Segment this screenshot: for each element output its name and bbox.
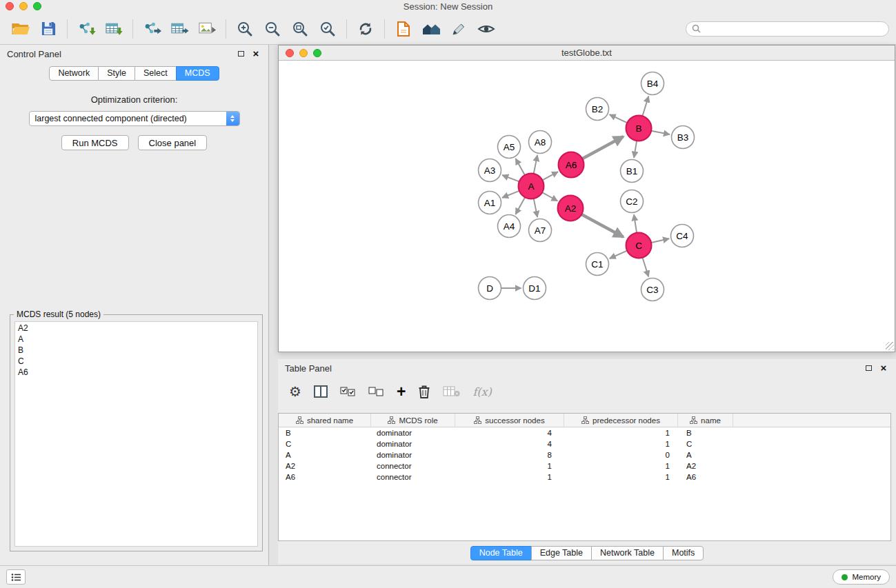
open-session-button[interactable] (7, 17, 34, 41)
toggle-graphics-button[interactable] (472, 17, 500, 41)
table-row[interactable]: Cdominator41C (279, 438, 890, 449)
column-header-predecessor-nodes[interactable]: predecessor nodes (564, 414, 678, 427)
network-edge-A-A2[interactable] (542, 192, 557, 201)
function-builder-button[interactable]: f(x) (472, 385, 491, 398)
network-edge-B-B2[interactable] (610, 114, 628, 123)
network-edge-A2-C[interactable] (581, 214, 623, 237)
network-node-B4[interactable]: B4 (641, 72, 664, 95)
network-edge-A-A1[interactable] (502, 191, 519, 198)
table-tab-motifs[interactable]: Motifs (663, 546, 704, 560)
table-row[interactable]: Adominator80A (279, 449, 890, 460)
export-table-button[interactable] (166, 17, 193, 41)
window-titlebar[interactable]: Session: New Session (0, 0, 896, 13)
column-header-name[interactable]: name (678, 414, 733, 427)
table-tab-network-table[interactable]: Network Table (591, 546, 664, 560)
network-node-B[interactable]: B (626, 116, 652, 141)
add-column-button[interactable]: + (397, 385, 406, 398)
network-node-C3[interactable]: C3 (641, 278, 664, 301)
zoom-network-window-button[interactable] (313, 49, 321, 57)
minimize-network-window-button[interactable] (299, 49, 308, 57)
network-node-A5[interactable]: A5 (498, 136, 521, 159)
tab-select[interactable]: Select (135, 66, 177, 81)
table-tab-edge-table[interactable]: Edge Table (531, 546, 592, 560)
minimize-window-button[interactable] (19, 2, 28, 10)
network-node-D[interactable]: D (479, 277, 501, 300)
import-table-button[interactable] (100, 17, 128, 41)
show-columns-button[interactable] (314, 385, 328, 398)
memory-button[interactable]: Memory (833, 569, 890, 585)
select-all-button[interactable] (340, 387, 356, 397)
apply-layout-button[interactable] (352, 17, 379, 41)
ndex-home-button[interactable] (417, 17, 445, 41)
network-node-C4[interactable]: C4 (671, 225, 694, 247)
delete-column-button[interactable] (418, 384, 430, 399)
network-edge-A-A5[interactable] (516, 159, 525, 175)
deselect-all-button[interactable] (368, 387, 384, 397)
network-edge-B-B4[interactable] (642, 97, 648, 116)
table-row[interactable]: A2connector11A2 (279, 460, 890, 472)
network-edge-A-A6[interactable] (542, 172, 558, 180)
search-input[interactable] (704, 24, 883, 34)
network-node-B3[interactable]: B3 (672, 126, 695, 149)
ndex-edit-button[interactable] (445, 17, 472, 41)
mcds-result-list[interactable]: A2ABCA6 (14, 321, 258, 547)
list-item[interactable]: A6 (15, 367, 257, 378)
network-node-B2[interactable]: B2 (586, 98, 609, 121)
network-node-A3[interactable]: A3 (479, 159, 501, 182)
network-edge-A-A3[interactable] (502, 175, 519, 181)
network-edge-C-C4[interactable] (651, 239, 669, 243)
network-node-A6[interactable]: A6 (559, 152, 584, 178)
network-node-C[interactable]: C (626, 233, 652, 258)
table-tab-node-table[interactable]: Node Table (470, 546, 532, 560)
network-edge-B-B3[interactable] (651, 131, 670, 134)
list-item[interactable]: B (15, 345, 257, 356)
network-edge-B-B1[interactable] (634, 141, 637, 157)
network-edge-C-C2[interactable] (634, 214, 637, 232)
list-item[interactable]: C (15, 356, 257, 367)
column-header-successor-nodes[interactable]: successor nodes (455, 414, 564, 427)
run-mcds-button[interactable]: Run MCDS (61, 135, 129, 150)
tab-style[interactable]: Style (98, 66, 135, 81)
table-settings-button[interactable]: ⚙ (289, 385, 301, 398)
network-node-A7[interactable]: A7 (529, 219, 552, 242)
save-session-button[interactable] (34, 17, 62, 41)
network-edge-A-A8[interactable] (534, 155, 537, 174)
close-table-panel-icon[interactable]: × (878, 363, 889, 374)
close-window-button[interactable] (6, 2, 14, 10)
network-node-A2[interactable]: A2 (558, 196, 584, 221)
zoom-in-button[interactable] (231, 17, 259, 41)
tab-mcds[interactable]: MCDS (176, 66, 219, 81)
float-table-panel-icon[interactable] (863, 363, 874, 374)
resize-grip[interactable] (886, 342, 894, 350)
network-window-titlebar[interactable]: testGlobe.txt (279, 45, 895, 61)
network-edge-C-C3[interactable] (643, 258, 649, 277)
delete-table-button[interactable] (443, 385, 460, 398)
close-panel-button[interactable]: Close panel (138, 135, 208, 150)
zoom-fit-button[interactable] (286, 17, 314, 41)
network-node-D1[interactable]: D1 (524, 277, 546, 300)
network-node-A8[interactable]: A8 (529, 131, 552, 154)
network-node-C2[interactable]: C2 (621, 190, 644, 213)
zoom-window-button[interactable] (33, 2, 41, 10)
network-node-A4[interactable]: A4 (498, 215, 521, 238)
task-history-button[interactable] (6, 569, 26, 585)
close-network-window-button[interactable] (286, 49, 294, 57)
column-header-shared-name[interactable]: shared name (279, 414, 371, 427)
zoom-out-button[interactable] (259, 17, 286, 41)
float-panel-icon[interactable] (235, 48, 246, 59)
network-edge-A-A7[interactable] (534, 199, 537, 217)
table-row[interactable]: A6connector11A6 (279, 472, 890, 483)
network-edge-A-A4[interactable] (515, 197, 525, 214)
export-image-button[interactable] (193, 17, 221, 41)
list-item[interactable]: A2 (15, 323, 257, 334)
network-edge-A6-B[interactable] (582, 136, 623, 159)
network-node-C1[interactable]: C1 (586, 253, 609, 276)
network-canvas[interactable]: B4B2BB3A5A8A6A3B1AC2A1A2A4A7C4CC1C3DD1 (279, 61, 895, 351)
network-node-B1[interactable]: B1 (621, 160, 644, 183)
network-edge-C-C1[interactable] (610, 251, 627, 258)
import-network-button[interactable] (72, 17, 100, 41)
zoom-selected-button[interactable] (314, 17, 341, 41)
open-document-button[interactable] (390, 17, 417, 41)
export-network-button[interactable] (138, 17, 166, 41)
column-header-MCDS-role[interactable]: MCDS role (371, 414, 455, 427)
